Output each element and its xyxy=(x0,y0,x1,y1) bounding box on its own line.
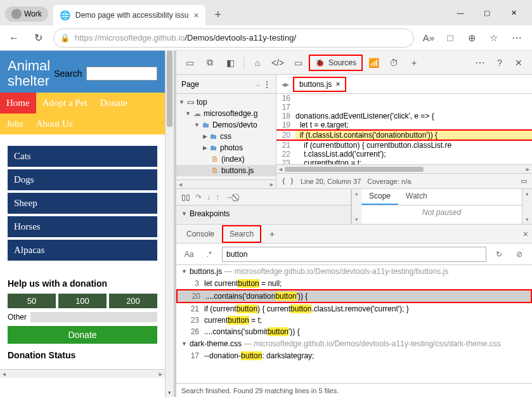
regex-button[interactable]: .* xyxy=(202,250,217,259)
nav-donate[interactable]: Donate xyxy=(94,93,134,114)
sources-tab[interactable]: 🐞 Sources xyxy=(309,55,363,71)
nav-adopt[interactable]: Adopt a Pet xyxy=(36,93,94,114)
console-icon[interactable]: ▭ xyxy=(289,53,308,72)
category-item[interactable]: Cats xyxy=(8,146,157,167)
tree-host[interactable]: microsoftedge.g xyxy=(204,109,257,118)
code-line[interactable]: 23 currentbutton = t; xyxy=(276,159,532,164)
window-minimize-button[interactable]: — xyxy=(447,4,474,22)
code-line[interactable]: 21 if (currentbutton) { currentbutton.cl… xyxy=(276,141,532,150)
code-line[interactable]: 22 t.classList.add('current'); xyxy=(276,150,532,159)
address-bar[interactable]: 🔒 https://microsoftedge.github.io/Demos/… xyxy=(53,29,414,48)
console-drawer-tab[interactable]: Console xyxy=(180,226,221,242)
result-line[interactable]: 26....contains('submitbutton')) { xyxy=(176,326,532,337)
folder-icon: 🖿 xyxy=(210,132,217,141)
nav-jobs[interactable]: Jobs xyxy=(0,114,30,134)
code-line[interactable]: 18donations.addEventListener('click', e … xyxy=(276,112,532,120)
panel-toggle-button[interactable]: ◧ xyxy=(221,53,240,72)
category-item[interactable]: Alpacas xyxy=(8,240,157,261)
watch-tab[interactable]: Watch xyxy=(398,189,435,205)
tab-nav-left-icon[interactable]: ◂▸ xyxy=(282,80,289,89)
donate-amount-button[interactable]: 100 xyxy=(58,294,107,308)
match-case-button[interactable]: Aa xyxy=(181,250,197,259)
tree-folder[interactable]: Demos/devto xyxy=(212,120,257,129)
window-close-button[interactable]: ✕ xyxy=(500,4,527,22)
browser-tab[interactable]: 🌐 Demo page with accessibility issu × xyxy=(53,5,205,25)
result-line[interactable]: 3let currentbutton = null; xyxy=(176,278,532,289)
devtools-more-button[interactable]: ⋯ xyxy=(471,56,490,68)
donate-amount-button[interactable]: 50 xyxy=(8,294,56,308)
inspect-button[interactable]: ▭ xyxy=(180,53,199,72)
breakpoints-section[interactable]: ▼ Breakpoints xyxy=(176,205,351,222)
close-file-icon[interactable]: × xyxy=(335,80,340,89)
category-item[interactable]: Dogs xyxy=(8,169,157,190)
step-over-icon[interactable]: ↷ xyxy=(195,193,202,202)
collections-icon[interactable]: ⊕ xyxy=(464,30,480,46)
pretty-print-icon[interactable]: { } xyxy=(282,177,294,185)
devtools-close-icon[interactable]: ✕ xyxy=(509,53,528,72)
step-icon[interactable]: → xyxy=(224,193,232,202)
navigator-more-icon[interactable]: ⋮ xyxy=(263,80,271,89)
search-drawer-tab[interactable]: Search xyxy=(222,225,261,243)
favorite-icon[interactable]: ☆ xyxy=(485,30,502,46)
help-icon[interactable]: ? xyxy=(490,53,509,72)
result-line[interactable]: 21if (currentbutton) { currentbutton.cla… xyxy=(176,303,532,315)
network-icon[interactable]: 📶 xyxy=(364,53,383,72)
nav-about[interactable]: About Us xyxy=(30,114,79,134)
new-tab-button[interactable]: + xyxy=(209,8,227,22)
tree-index[interactable]: (index) xyxy=(221,155,245,164)
code-line[interactable]: 19 let t = e.target; xyxy=(276,120,532,129)
step-into-icon[interactable]: ↓ xyxy=(207,193,211,202)
tab-close-icon[interactable]: × xyxy=(194,10,199,20)
category-item[interactable]: Sheep xyxy=(8,193,157,214)
tree-photos[interactable]: photos xyxy=(220,143,243,152)
folder-icon: 🖿 xyxy=(210,143,217,152)
elements-icon[interactable]: </> xyxy=(268,53,287,72)
scrollbar-thumb[interactable] xyxy=(167,51,172,127)
enter-immersive-icon[interactable]: □ xyxy=(442,30,458,46)
page-search-input[interactable] xyxy=(86,67,157,81)
tab-title: Demo page with accessibility issu xyxy=(75,11,189,20)
performance-icon[interactable]: ⏱ xyxy=(384,53,403,72)
add-drawer-tab-icon[interactable]: + xyxy=(263,225,282,244)
read-aloud-icon[interactable]: A» xyxy=(420,30,437,46)
tree-top[interactable]: top xyxy=(197,98,207,107)
scope-tab[interactable]: Scope xyxy=(361,189,398,205)
pause-icon[interactable]: ▯▯ xyxy=(181,193,190,202)
welcome-icon[interactable]: ⌂ xyxy=(248,53,267,72)
donate-amount-button[interactable]: 200 xyxy=(109,294,157,308)
nav-home[interactable]: Home xyxy=(0,93,36,114)
page-navigator-tab[interactable]: Page xyxy=(181,80,199,89)
result-line[interactable]: 23currentbutton = t; xyxy=(176,315,532,326)
caret-down-icon[interactable]: ⌵ xyxy=(256,81,259,88)
code-line[interactable]: 16 xyxy=(276,94,532,103)
profile-badge[interactable]: Work xyxy=(5,6,48,22)
more-tabs-button[interactable]: + xyxy=(405,53,424,72)
result-file-header[interactable]: ▼ buttons.js — microsoftedge.github.io/D… xyxy=(176,265,532,278)
result-line[interactable]: 20....contains('donationbutton')) { xyxy=(176,289,532,303)
h-scrollbar-thumb[interactable] xyxy=(285,167,424,172)
status-icon[interactable]: ▭ xyxy=(521,177,527,185)
search-clear-icon[interactable]: ⊘ xyxy=(512,250,527,259)
settings-more-button[interactable]: ⋯ xyxy=(508,32,527,44)
tree-buttons-js[interactable]: buttons.js xyxy=(221,166,254,175)
refresh-button[interactable]: ↻ xyxy=(29,29,47,47)
device-toggle-button[interactable]: ⧉ xyxy=(200,53,219,72)
back-button[interactable]: ← xyxy=(5,29,23,47)
search-refresh-icon[interactable]: ↻ xyxy=(491,250,507,259)
window-maximize-button[interactable]: ▢ xyxy=(474,4,500,22)
globe-icon: 🌐 xyxy=(60,10,70,20)
category-item[interactable]: Horses xyxy=(8,216,157,237)
drawer-close-icon[interactable]: × xyxy=(523,229,528,239)
result-file-header[interactable]: ▼ dark-theme.css — microsoftedge.github.… xyxy=(176,337,532,350)
file-tab-buttons-js[interactable]: buttons.js × xyxy=(293,77,346,92)
tree-css[interactable]: css xyxy=(220,132,231,141)
other-input-bar[interactable] xyxy=(30,312,157,322)
donate-button[interactable]: Donate xyxy=(8,326,157,344)
page-scrollbar[interactable]: ▾ xyxy=(165,51,174,397)
code-line[interactable]: 17 xyxy=(276,103,532,112)
search-input[interactable] xyxy=(222,247,486,262)
scroll-down-icon[interactable]: ▾ xyxy=(165,388,174,397)
code-line[interactable]: 20 if (t.classList.contains('donationbut… xyxy=(276,129,532,141)
step-out-icon[interactable]: ↑ xyxy=(216,193,219,202)
result-line[interactable]: 17--donation-button: darkslategray; xyxy=(176,350,532,361)
